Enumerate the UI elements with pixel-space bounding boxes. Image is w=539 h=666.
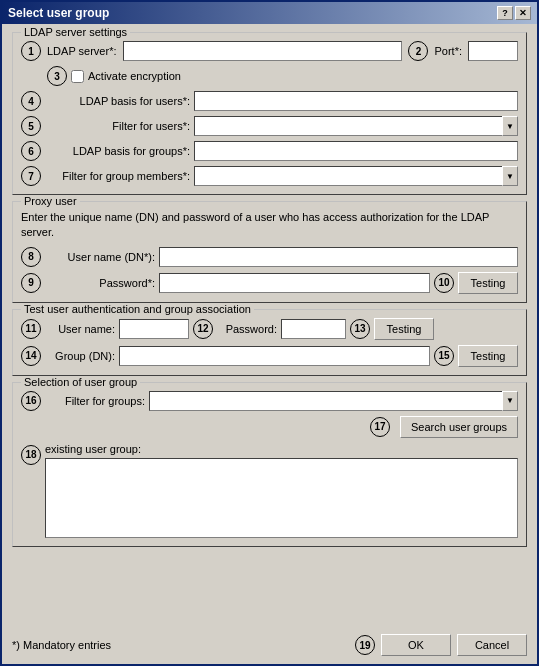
num1: 1 <box>21 41 41 61</box>
filter-groups-select-wrapper: ▼ <box>149 391 518 411</box>
test-auth-group: Test user authentication and group assoc… <box>12 309 527 376</box>
ldap-basis-users-label: LDAP basis for users*: <box>45 95 190 107</box>
search-row: 17 Search user groups <box>21 416 518 438</box>
encryption-row: 3 Activate encryption <box>47 66 518 86</box>
filter-group-members-select-wrapper: ▼ <box>194 166 518 186</box>
proxy-username-label: User name (DN*): <box>45 251 155 263</box>
group-dn-input[interactable] <box>119 346 430 366</box>
proxy-description: Enter the unique name (DN) and password … <box>21 210 518 241</box>
search-user-groups-button[interactable]: Search user groups <box>400 416 518 438</box>
close-button[interactable]: ✕ <box>515 6 531 20</box>
ldap-settings-label: LDAP server settings <box>21 26 130 38</box>
dialog: Select user group ? ✕ LDAP server settin… <box>0 0 539 666</box>
num12: 12 <box>193 319 213 339</box>
test-group-testing-button[interactable]: Testing <box>458 345 518 367</box>
proxy-user-group: Proxy user Enter the unique name (DN) an… <box>12 201 527 303</box>
test-password-label: Password: <box>217 323 277 335</box>
ldap-server-input[interactable] <box>123 41 403 61</box>
ldap-settings-group: LDAP server settings 1 LDAP server*: 2 P… <box>12 32 527 195</box>
proxy-username-row: 8 User name (DN*): <box>21 247 518 267</box>
num11: 11 <box>21 319 41 339</box>
num10: 10 <box>434 273 454 293</box>
test-auth-label: Test user authentication and group assoc… <box>21 303 254 315</box>
num17: 17 <box>370 417 390 437</box>
ldap-basis-groups-row: 6 LDAP basis for groups*: <box>21 141 518 161</box>
footer: *) Mandatory entries 19 OK Cancel <box>2 628 537 664</box>
ldap-server-label: LDAP server*: <box>47 45 117 57</box>
test-username-input[interactable] <box>119 319 189 339</box>
num15: 15 <box>434 346 454 366</box>
ldap-basis-users-row: 4 LDAP basis for users*: <box>21 91 518 111</box>
proxy-username-input[interactable] <box>159 247 518 267</box>
encrypt-checkbox[interactable] <box>71 70 84 83</box>
ldap-server-row: 1 LDAP server*: 2 Port*: 389 <box>21 41 518 61</box>
filter-users-select[interactable] <box>194 116 518 136</box>
filter-users-label: Filter for users*: <box>45 120 190 132</box>
num9: 9 <box>21 273 41 293</box>
footer-buttons: 19 OK Cancel <box>355 634 527 656</box>
filter-groups-label: Filter for groups: <box>45 395 145 407</box>
title-bar-buttons: ? ✕ <box>497 6 531 20</box>
test-group-dn-row: 14 Group (DN): 15 Testing <box>21 345 518 367</box>
test-auth-testing-button[interactable]: Testing <box>374 318 434 340</box>
selection-group: Selection of user group 16 Filter for gr… <box>12 382 527 547</box>
filter-groups-select[interactable] <box>149 391 518 411</box>
proxy-password-label: Password*: <box>45 277 155 289</box>
num2: 2 <box>408 41 428 61</box>
filter-users-row: 5 Filter for users*: ▼ <box>21 116 518 136</box>
existing-group-label: existing user group: <box>45 443 141 455</box>
group-dn-label: Group (DN): <box>45 350 115 362</box>
ok-button[interactable]: OK <box>381 634 451 656</box>
filter-group-members-label: Filter for group members*: <box>45 170 190 182</box>
help-button[interactable]: ? <box>497 6 513 20</box>
encrypt-label: Activate encryption <box>88 70 181 82</box>
ldap-basis-users-input[interactable] <box>194 91 518 111</box>
dialog-title: Select user group <box>8 6 109 20</box>
ldap-basis-groups-input[interactable] <box>194 141 518 161</box>
mandatory-note: *) Mandatory entries <box>12 639 111 651</box>
existing-group-row: 18 existing user group: <box>21 443 518 538</box>
proxy-testing-button[interactable]: Testing <box>458 272 518 294</box>
num14: 14 <box>21 346 41 366</box>
test-username-label: User name: <box>45 323 115 335</box>
test-auth-user-row: 11 User name: 12 Password: 13 Testing <box>21 318 518 340</box>
dialog-body: LDAP server settings 1 LDAP server*: 2 P… <box>2 24 537 628</box>
num7: 7 <box>21 166 41 186</box>
port-input[interactable]: 389 <box>468 41 518 61</box>
existing-group-container: existing user group: <box>45 443 518 538</box>
num13: 13 <box>350 319 370 339</box>
num19: 19 <box>355 635 375 655</box>
proxy-password-row: 9 Password*: 10 Testing <box>21 272 518 294</box>
num5: 5 <box>21 116 41 136</box>
num16: 16 <box>21 391 41 411</box>
num8: 8 <box>21 247 41 267</box>
filter-users-select-wrapper: ▼ <box>194 116 518 136</box>
ldap-basis-groups-label: LDAP basis for groups*: <box>45 145 190 157</box>
num4: 4 <box>21 91 41 111</box>
num3: 3 <box>47 66 67 86</box>
encryption-checkbox-row: Activate encryption <box>71 70 181 83</box>
filter-group-members-row: 7 Filter for group members*: ▼ <box>21 166 518 186</box>
num18: 18 <box>21 445 41 465</box>
cancel-button[interactable]: Cancel <box>457 634 527 656</box>
proxy-password-input[interactable] <box>159 273 430 293</box>
filter-groups-row: 16 Filter for groups: ▼ <box>21 391 518 411</box>
existing-user-group-listbox[interactable] <box>45 458 518 538</box>
port-label: Port*: <box>434 45 462 57</box>
num6: 6 <box>21 141 41 161</box>
selection-label: Selection of user group <box>21 376 140 388</box>
filter-group-members-select[interactable] <box>194 166 518 186</box>
test-password-input[interactable] <box>281 319 346 339</box>
title-bar: Select user group ? ✕ <box>2 2 537 24</box>
proxy-user-label: Proxy user <box>21 195 80 207</box>
